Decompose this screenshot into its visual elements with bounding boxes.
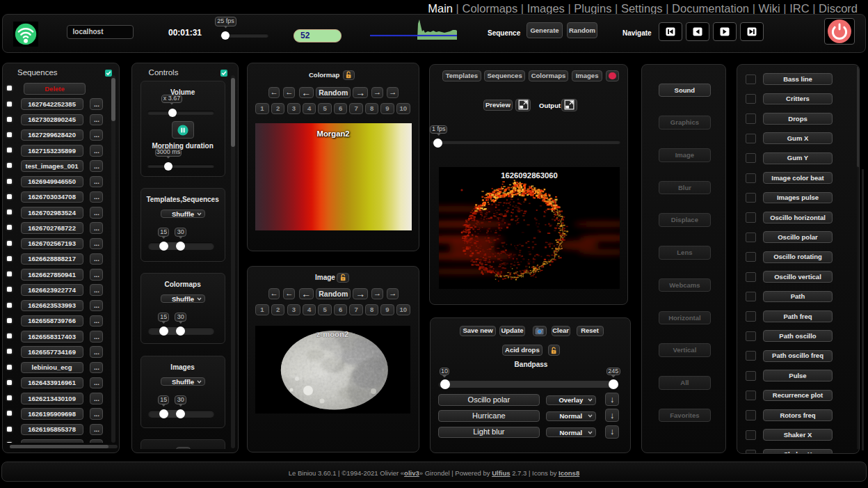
svg-text:z-moon2: z-moon2 bbox=[316, 330, 348, 338]
